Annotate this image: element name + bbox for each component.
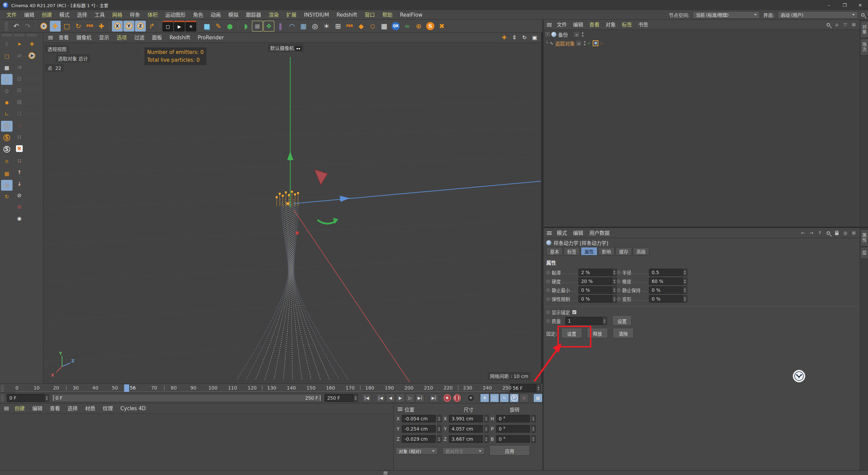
scale-tool[interactable]: □ [61, 21, 72, 32]
slide-edges-icon[interactable]: ⇉ [14, 62, 25, 73]
menu-动画[interactable]: 动画 [207, 10, 224, 20]
key-scale-toggle[interactable]: □ [490, 394, 499, 402]
menu-对象[interactable]: 对象 [603, 20, 619, 30]
minimize-button[interactable]: – [821, 0, 837, 10]
mass-set-button[interactable]: 设置 [612, 316, 632, 326]
menu-选择[interactable]: 选择 [73, 10, 91, 20]
maximize-button[interactable]: ❐ [837, 0, 852, 10]
camera-object-button[interactable]: ◎ [310, 21, 320, 32]
layer-toggle-icon[interactable]: ▨ [574, 32, 579, 37]
subdivision-surface-button[interactable]: ● [224, 21, 235, 32]
emitter-button[interactable]: ◆ [356, 21, 367, 32]
rot-b-field[interactable]: 0 ° [496, 435, 530, 443]
points-hide-selected-icon[interactable]: ⊘ [14, 202, 25, 212]
menu-Redshift[interactable]: Redshift [166, 33, 194, 42]
pos-z-field[interactable]: -0.029 cm [402, 435, 436, 443]
pos-y-spinner[interactable] [437, 425, 441, 433]
menu-选择[interactable]: 选择 [64, 404, 81, 413]
visibility-dots-icon[interactable] [582, 32, 584, 37]
go-to-start-button[interactable]: |◀ [362, 394, 371, 402]
menu-渲染[interactable]: 渲染 [265, 10, 282, 20]
menu-文件[interactable]: 文件 [3, 10, 20, 20]
menu-创建[interactable]: 创建 [11, 404, 28, 413]
tab-attributes[interactable]: 属性 [581, 247, 597, 255]
keyframe-dot-icon[interactable] [617, 271, 620, 274]
menu-RealFlow[interactable]: RealFlow [396, 10, 426, 20]
viewport-menu-icon[interactable] [48, 36, 53, 39]
current-frame-spinner[interactable] [536, 384, 541, 392]
ffd-deformer-button[interactable]: ▩ [252, 21, 263, 32]
pos-x-field[interactable]: -0.054 cm [402, 415, 436, 422]
render-settings-button[interactable]: ✳ [185, 21, 196, 32]
ruler-grip[interactable] [1, 385, 4, 392]
field-spinner[interactable] [612, 269, 617, 276]
visibility-dots-icon[interactable] [584, 41, 586, 45]
rot-h-spinner[interactable] [531, 415, 536, 422]
make-editable-button[interactable]: ⇩ [1, 39, 13, 50]
deform-field[interactable]: 0 % [649, 295, 683, 303]
current-frame-value[interactable]: 56 F [510, 384, 536, 392]
sds-weight-mode-button[interactable]: S [1, 121, 13, 132]
model-mode-button[interactable]: □ [1, 51, 13, 62]
light-object-button[interactable]: ☀ [321, 21, 332, 32]
stiffness-field[interactable]: 20 % [578, 278, 612, 285]
redo-button[interactable]: ↷ [22, 21, 33, 32]
object-row-backup[interactable]: + 备份 ▨ [544, 30, 868, 39]
coordinate-system-button[interactable]: ↱ [146, 21, 157, 32]
spline-pen-button[interactable]: ✎ [213, 21, 224, 32]
menu-过滤[interactable]: 过滤 [131, 33, 148, 42]
keyframe-dot-icon[interactable] [546, 271, 550, 274]
go-to-end-button[interactable]: ▶| [429, 394, 438, 402]
sketch-material-button[interactable]: S [425, 21, 436, 32]
fix-set-button[interactable]: 设置 [561, 329, 582, 338]
expand-icon[interactable]: + [546, 32, 550, 36]
keyframe-dot-icon[interactable] [617, 297, 620, 301]
particle-group-button[interactable]: ○ [367, 21, 378, 32]
status-menu-icon[interactable] [383, 472, 387, 474]
menu-编辑[interactable]: 编辑 [28, 404, 46, 413]
tab-tags[interactable]: 标签 [564, 247, 580, 255]
prev-frame-button[interactable]: ◀ [386, 394, 395, 402]
toggle-view-icon[interactable]: ▣ [530, 34, 539, 42]
key-rotation-toggle[interactable]: ↻ [500, 394, 509, 402]
field-spinner[interactable] [683, 286, 687, 294]
palette-grip[interactable] [27, 34, 37, 37]
keyframe-dot-icon[interactable] [546, 319, 550, 323]
size-z-spinner[interactable] [484, 435, 489, 443]
next-frame-button[interactable]: ▷ [406, 394, 415, 402]
hair-rope-button[interactable]: ≈ [402, 21, 413, 32]
workplane-button[interactable]: ▦ [1, 168, 13, 179]
menu-面板[interactable]: 面板 [148, 33, 166, 42]
add-cube-button[interactable]: ■ [201, 21, 212, 32]
bend-deformer-button[interactable]: ◗ [240, 21, 251, 32]
particle-tag-icon[interactable]: ∴ [600, 41, 603, 46]
go-to-next-key-button[interactable]: ▶| [415, 394, 425, 402]
menu-模式[interactable]: 模式 [56, 10, 73, 20]
timeline-mode-button[interactable]: ▦ [533, 394, 542, 402]
texture-mode-button[interactable]: ▩ [1, 62, 13, 73]
menu-跟踪器[interactable]: 跟踪器 [242, 10, 265, 20]
range-start-field[interactable]: 0 F [7, 394, 49, 402]
field-spinner[interactable] [612, 278, 617, 285]
key-position-toggle[interactable]: ✚ [480, 394, 489, 402]
lock-x-axis-button[interactable]: X [112, 21, 123, 32]
range-slider-right-grip[interactable] [320, 395, 321, 401]
rest-hold-field[interactable]: 0 % [649, 286, 683, 294]
array-object-button[interactable]: ❖ [263, 21, 274, 32]
size-y-spinner[interactable] [484, 425, 489, 433]
go-to-prev-key-button[interactable]: |◀ [376, 394, 385, 402]
object-manager-menu-icon[interactable] [547, 23, 552, 26]
attribute-manager-menu-icon[interactable] [547, 231, 552, 235]
keyframe-dot-icon[interactable] [546, 288, 550, 292]
keyframe-dot-icon[interactable] [617, 280, 620, 283]
keyframe-dot-icon[interactable] [546, 280, 550, 283]
to-polygons-icon[interactable]: ⊟ [14, 85, 25, 96]
floor-object-button[interactable]: ▦ [298, 21, 309, 32]
menu-编辑[interactable]: 编辑 [570, 228, 586, 238]
om-path-icon[interactable]: ⌂ [833, 21, 841, 28]
size-x-spinner[interactable] [484, 415, 489, 422]
mass-field[interactable]: 1 [565, 317, 603, 325]
timeline-range-slider[interactable]: 0 F 250 F [52, 394, 322, 402]
key-point-level-toggle[interactable]: ∷ [519, 394, 529, 402]
layer-toggle-icon[interactable]: ▨ [576, 41, 581, 45]
